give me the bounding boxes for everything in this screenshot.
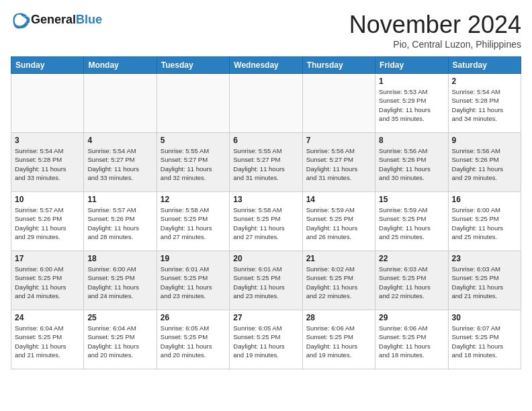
day-number: 23	[452, 254, 517, 263]
day-number: 5	[161, 136, 226, 145]
day-info: Sunrise: 6:01 AM Sunset: 5:25 PM Dayligh…	[161, 265, 226, 300]
day-number: 10	[15, 195, 80, 204]
calendar-cell: 8Sunrise: 5:56 AM Sunset: 5:26 PM Daylig…	[375, 133, 448, 192]
day-info: Sunrise: 5:56 AM Sunset: 5:27 PM Dayligh…	[306, 146, 371, 182]
day-info: Sunrise: 5:57 AM Sunset: 5:26 PM Dayligh…	[15, 205, 80, 241]
day-info: Sunrise: 5:58 AM Sunset: 5:25 PM Dayligh…	[161, 205, 226, 241]
day-info: Sunrise: 5:56 AM Sunset: 5:26 PM Dayligh…	[452, 146, 517, 182]
day-number: 26	[161, 313, 226, 322]
calendar-cell: 29Sunrise: 6:06 AM Sunset: 5:25 PM Dayli…	[375, 310, 448, 369]
day-info: Sunrise: 6:00 AM Sunset: 5:25 PM Dayligh…	[452, 205, 517, 241]
calendar-cell: 14Sunrise: 5:59 AM Sunset: 5:25 PM Dayli…	[302, 192, 375, 251]
calendar-week-2: 3Sunrise: 5:54 AM Sunset: 5:28 PM Daylig…	[11, 133, 521, 192]
calendar-cell: 5Sunrise: 5:55 AM Sunset: 5:27 PM Daylig…	[157, 133, 229, 192]
calendar-cell: 20Sunrise: 6:01 AM Sunset: 5:25 PM Dayli…	[230, 251, 302, 310]
month-title: November 2024	[349, 11, 521, 39]
calendar-cell: 13Sunrise: 5:58 AM Sunset: 5:25 PM Dayli…	[230, 192, 302, 251]
day-info: Sunrise: 5:54 AM Sunset: 5:28 PM Dayligh…	[452, 87, 517, 123]
day-number: 15	[379, 195, 444, 204]
day-info: Sunrise: 6:01 AM Sunset: 5:25 PM Dayligh…	[233, 265, 298, 300]
day-info: Sunrise: 6:03 AM Sunset: 5:25 PM Dayligh…	[452, 265, 517, 300]
day-number: 2	[452, 77, 517, 86]
day-number: 21	[306, 254, 371, 263]
calendar-cell: 7Sunrise: 5:56 AM Sunset: 5:27 PM Daylig…	[302, 133, 375, 192]
day-number: 24	[15, 313, 80, 322]
calendar-cell: 15Sunrise: 5:59 AM Sunset: 5:25 PM Dayli…	[375, 192, 448, 251]
day-info: Sunrise: 5:55 AM Sunset: 5:27 PM Dayligh…	[233, 146, 298, 182]
weekday-header-friday: Friday	[375, 57, 448, 74]
calendar-cell	[84, 74, 157, 133]
calendar-table: SundayMondayTuesdayWednesdayThursdayFrid…	[11, 56, 521, 369]
day-info: Sunrise: 6:00 AM Sunset: 5:25 PM Dayligh…	[87, 265, 152, 300]
calendar-cell	[302, 74, 375, 133]
day-number: 17	[15, 254, 80, 263]
day-number: 30	[452, 313, 517, 322]
day-number: 6	[233, 136, 298, 145]
day-info: Sunrise: 5:54 AM Sunset: 5:28 PM Dayligh…	[15, 146, 80, 182]
day-info: Sunrise: 6:02 AM Sunset: 5:25 PM Dayligh…	[306, 265, 371, 300]
calendar-cell	[157, 74, 229, 133]
calendar-cell	[230, 74, 302, 133]
day-info: Sunrise: 5:55 AM Sunset: 5:27 PM Dayligh…	[161, 146, 226, 182]
calendar-week-4: 17Sunrise: 6:00 AM Sunset: 5:25 PM Dayli…	[11, 251, 521, 310]
calendar-week-1: 1Sunrise: 5:53 AM Sunset: 5:29 PM Daylig…	[11, 74, 521, 133]
weekday-header-tuesday: Tuesday	[157, 57, 229, 74]
day-number: 3	[15, 136, 80, 145]
calendar-cell: 21Sunrise: 6:02 AM Sunset: 5:25 PM Dayli…	[302, 251, 375, 310]
calendar-cell: 2Sunrise: 5:54 AM Sunset: 5:28 PM Daylig…	[448, 74, 521, 133]
calendar-cell: 25Sunrise: 6:04 AM Sunset: 5:25 PM Dayli…	[84, 310, 157, 369]
weekday-header-monday: Monday	[84, 57, 157, 74]
calendar-cell	[11, 74, 84, 133]
page-header: GeneralBlue November 2024 Pio, Central L…	[11, 11, 521, 50]
day-info: Sunrise: 5:59 AM Sunset: 5:25 PM Dayligh…	[306, 205, 371, 241]
day-number: 28	[306, 313, 371, 322]
day-info: Sunrise: 5:54 AM Sunset: 5:27 PM Dayligh…	[87, 146, 152, 182]
day-info: Sunrise: 6:06 AM Sunset: 5:25 PM Dayligh…	[379, 324, 444, 359]
day-number: 22	[379, 254, 444, 263]
calendar-cell: 18Sunrise: 6:00 AM Sunset: 5:25 PM Dayli…	[84, 251, 157, 310]
calendar-cell: 4Sunrise: 5:54 AM Sunset: 5:27 PM Daylig…	[84, 133, 157, 192]
calendar-cell: 23Sunrise: 6:03 AM Sunset: 5:25 PM Dayli…	[448, 251, 521, 310]
calendar-cell: 27Sunrise: 6:05 AM Sunset: 5:25 PM Dayli…	[230, 310, 302, 369]
calendar-cell: 22Sunrise: 6:03 AM Sunset: 5:25 PM Dayli…	[375, 251, 448, 310]
day-info: Sunrise: 5:56 AM Sunset: 5:26 PM Dayligh…	[379, 146, 444, 182]
day-number: 18	[87, 254, 152, 263]
day-info: Sunrise: 6:06 AM Sunset: 5:25 PM Dayligh…	[306, 324, 371, 359]
day-info: Sunrise: 6:07 AM Sunset: 5:25 PM Dayligh…	[452, 324, 517, 359]
day-number: 4	[87, 136, 152, 145]
day-info: Sunrise: 5:57 AM Sunset: 5:26 PM Dayligh…	[87, 205, 152, 241]
weekday-header-row: SundayMondayTuesdayWednesdayThursdayFrid…	[11, 57, 521, 74]
calendar-cell: 6Sunrise: 5:55 AM Sunset: 5:27 PM Daylig…	[230, 133, 302, 192]
location: Pio, Central Luzon, Philippines	[349, 39, 521, 50]
day-info: Sunrise: 6:03 AM Sunset: 5:25 PM Dayligh…	[379, 265, 444, 300]
day-info: Sunrise: 6:04 AM Sunset: 5:25 PM Dayligh…	[15, 324, 80, 359]
day-info: Sunrise: 6:00 AM Sunset: 5:25 PM Dayligh…	[15, 265, 80, 300]
day-info: Sunrise: 5:58 AM Sunset: 5:25 PM Dayligh…	[233, 205, 298, 241]
calendar-cell: 17Sunrise: 6:00 AM Sunset: 5:25 PM Dayli…	[11, 251, 84, 310]
day-number: 11	[87, 195, 152, 204]
calendar-week-3: 10Sunrise: 5:57 AM Sunset: 5:26 PM Dayli…	[11, 192, 521, 251]
calendar-cell: 1Sunrise: 5:53 AM Sunset: 5:29 PM Daylig…	[375, 74, 448, 133]
calendar-cell: 12Sunrise: 5:58 AM Sunset: 5:25 PM Dayli…	[157, 192, 229, 251]
calendar-cell: 19Sunrise: 6:01 AM Sunset: 5:25 PM Dayli…	[157, 251, 229, 310]
day-number: 13	[233, 195, 298, 204]
day-info: Sunrise: 6:05 AM Sunset: 5:25 PM Dayligh…	[233, 324, 298, 359]
day-info: Sunrise: 5:59 AM Sunset: 5:25 PM Dayligh…	[379, 205, 444, 241]
day-number: 12	[161, 195, 226, 204]
day-number: 25	[87, 313, 152, 322]
calendar-cell: 16Sunrise: 6:00 AM Sunset: 5:25 PM Dayli…	[448, 192, 521, 251]
title-block: November 2024 Pio, Central Luzon, Philip…	[349, 11, 521, 50]
day-info: Sunrise: 5:53 AM Sunset: 5:29 PM Dayligh…	[379, 87, 444, 123]
calendar-cell: 28Sunrise: 6:06 AM Sunset: 5:25 PM Dayli…	[302, 310, 375, 369]
calendar-cell: 26Sunrise: 6:05 AM Sunset: 5:25 PM Dayli…	[157, 310, 229, 369]
calendar-cell: 11Sunrise: 5:57 AM Sunset: 5:26 PM Dayli…	[84, 192, 157, 251]
calendar-cell: 10Sunrise: 5:57 AM Sunset: 5:26 PM Dayli…	[11, 192, 84, 251]
day-number: 1	[379, 77, 444, 86]
weekday-header-saturday: Saturday	[448, 57, 521, 74]
logo-text: GeneralBlue	[31, 13, 102, 27]
weekday-header-wednesday: Wednesday	[230, 57, 302, 74]
calendar-cell: 9Sunrise: 5:56 AM Sunset: 5:26 PM Daylig…	[448, 133, 521, 192]
day-number: 7	[306, 136, 371, 145]
day-number: 19	[161, 254, 226, 263]
weekday-header-sunday: Sunday	[11, 57, 84, 74]
